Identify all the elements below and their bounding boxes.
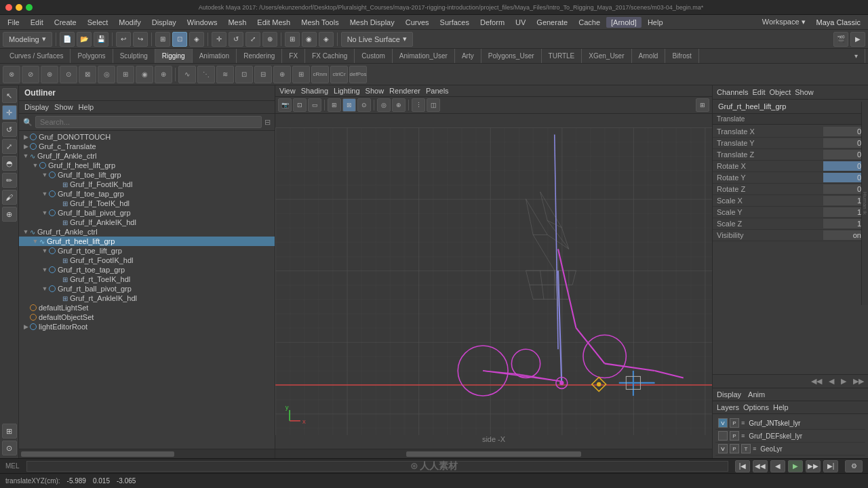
vp-wireframe-btn[interactable]: ⊞	[328, 98, 341, 112]
channels-menu-object[interactable]: Object	[769, 88, 791, 96]
menu-select[interactable]: Select	[83, 17, 113, 28]
channels-menu-channels[interactable]: Channels	[717, 88, 748, 96]
shelf-icon-wire[interactable]: ≋	[216, 66, 234, 83]
layer-playback-geolyr[interactable]: P	[730, 444, 739, 453]
paint-btn[interactable]: ✏	[2, 173, 17, 188]
channel-value-translate-z[interactable]	[823, 150, 864, 159]
shelf-icon-ctrm[interactable]: cRnm	[311, 66, 329, 83]
options-menu[interactable]: Options	[743, 403, 769, 411]
maximize-button[interactable]	[26, 4, 33, 11]
soft-select-btn[interactable]: ◓	[2, 156, 17, 171]
expand-icon[interactable]: ▼	[41, 247, 49, 254]
shelf-icon-orient-constraint[interactable]: ◎	[98, 66, 115, 83]
snap-grid-btn[interactable]: ⊞	[285, 32, 300, 47]
shelf-tab-animation[interactable]: Animation	[193, 49, 237, 63]
vp-menu-panels[interactable]: Panels	[426, 87, 449, 95]
menu-curves[interactable]: Curves	[401, 17, 434, 28]
menu-modify[interactable]: Modify	[114, 17, 145, 28]
tree-item-default-light-set[interactable]: defaultLightSet	[19, 303, 275, 312]
layer-visibility-geolyr[interactable]: V	[718, 444, 728, 453]
mode-dropdown[interactable]: Modeling ▾	[3, 32, 52, 47]
tree-item-gruf-rt-ball-pivot-grp[interactable]: ▼ Gruf_rt_ball_pivot_grp	[19, 284, 275, 293]
layer-name-geolyr[interactable]: GeoLyr	[760, 445, 863, 453]
universal-manip-btn[interactable]: ⊕	[262, 32, 277, 47]
tree-item-gruf-lf-ankleik-hdl[interactable]: ⊞ Gruf_lf_AnkleIK_hdl	[19, 218, 275, 227]
channel-value-scale-x[interactable]	[823, 196, 864, 205]
channel-value-rotate-z[interactable]	[823, 184, 864, 194]
anim-tab[interactable]: Anim	[748, 390, 765, 399]
menu-arnold[interactable]: [Arnold]	[606, 17, 642, 28]
play-back-btn[interactable]: ◀	[770, 460, 785, 472]
shelf-tab-collapse[interactable]: ▾	[848, 49, 865, 63]
tree-item-gruf-donottouch[interactable]: ▶ Gruf_DONOTTOUCH	[19, 132, 275, 142]
vp-menu-renderer[interactable]: Renderer	[389, 87, 420, 95]
tree-item-gruf-lf-ball-pivot-grp[interactable]: ▼ Gruf_lf_ball_pivot_grp	[19, 208, 275, 218]
tree-item-gruf-rt-toe-tap-grp[interactable]: ▼ Gruf_rt_toe_tap_grp	[19, 265, 275, 274]
expand-icon[interactable]: ▼	[31, 238, 39, 245]
vp-isolate-btn[interactable]: ⊕	[392, 98, 406, 112]
channel-value-scale-y[interactable]	[823, 207, 864, 217]
channels-menu-edit[interactable]: Edit	[752, 88, 765, 96]
shelf-tab-rendering[interactable]: Rendering	[237, 49, 282, 63]
layer-playback-defskel[interactable]: P	[730, 431, 739, 441]
vp-shaded-btn[interactable]: ⊠	[342, 98, 356, 112]
live-surface-dropdown[interactable]: No Live Surface ▾	[341, 32, 413, 47]
menu-create[interactable]: Create	[50, 17, 81, 28]
move-tool-btn[interactable]: ✛	[212, 32, 226, 47]
shelf-tab-sculpting[interactable]: Sculpting	[113, 49, 155, 63]
layer-nav-prev-prev-icon[interactable]: ◀◀	[811, 377, 822, 386]
tree-item-light-editor-root[interactable]: ▶ lightEditorRoot	[19, 322, 275, 331]
menu-mesh-display[interactable]: Mesh Display	[345, 17, 399, 28]
tree-item-gruf-lf-toe-tap-grp[interactable]: ▼ Gruf_lf_toe_tap_grp	[19, 189, 275, 199]
shelf-icon-blend-shape[interactable]: ⋱	[197, 66, 215, 83]
snap-curve-btn[interactable]: ◉	[302, 32, 317, 47]
shelf-icon-point-constraint[interactable]: ⊠	[79, 66, 96, 83]
shelf-icon-scale-constraint[interactable]: ⊞	[117, 66, 134, 83]
shelf-icon-aim-constraint[interactable]: ◉	[136, 66, 153, 83]
vp-toggle-panels-btn[interactable]: ⊞	[696, 98, 709, 112]
shelf-icon-joint[interactable]: ⊗	[3, 66, 20, 83]
tree-item-gruf-c-translate[interactable]: ▶ Gruf_c_Translate	[19, 142, 275, 151]
expand-icon[interactable]: ▶	[22, 323, 30, 330]
layer-visibility-jntskel[interactable]: V	[718, 418, 728, 428]
select-btn[interactable]: ⊡	[172, 32, 187, 47]
shelf-tab-fx[interactable]: FX	[282, 49, 305, 63]
layer-nav-next-icon[interactable]: ▶	[841, 377, 846, 386]
prev-frame-btn[interactable]: |◀	[735, 460, 750, 472]
menu-file[interactable]: File	[3, 17, 24, 28]
layer-playback-jntskel[interactable]: P	[730, 418, 739, 428]
shelf-icon-pole-constraint[interactable]: ⊕	[155, 66, 172, 83]
menu-generate[interactable]: Generate	[532, 17, 572, 28]
tree-item-gruf-rt-toeik-hdl[interactable]: ⊞ Gruf_rt_ToeIK_hdl	[19, 274, 275, 284]
prev-key-btn[interactable]: ◀◀	[753, 460, 768, 472]
show-manip-btn[interactable]: ⊕	[2, 207, 17, 222]
layer-visibility-defskel[interactable]	[718, 431, 728, 441]
search-filter-icon[interactable]: ⊟	[264, 118, 271, 127]
expand-icon[interactable]: ▼	[31, 162, 39, 169]
menu-workspace[interactable]: Workspace ▾	[757, 16, 810, 28]
vp-select-all-btn[interactable]: ⊡	[293, 98, 307, 112]
outliner-search-input[interactable]	[35, 116, 262, 128]
shelf-tab-rigging[interactable]: Rigging	[155, 49, 193, 63]
tree-item-gruf-rt-heel-lift-grp[interactable]: ▼ ∿ Gruf_rt_heel_lift_grp	[19, 237, 275, 246]
shelf-tab-bifrost[interactable]: Bifrost	[665, 49, 698, 63]
channel-value-rotate-y[interactable]	[823, 173, 864, 182]
shelf-icon-ik-spline[interactable]: ⊛	[41, 66, 58, 83]
artisan-btn[interactable]: 🖌	[2, 190, 17, 205]
snap-point-btn[interactable]: ◈	[319, 32, 334, 47]
save-scene-btn[interactable]: 💾	[94, 32, 108, 47]
shelf-tab-custom[interactable]: Custom	[355, 49, 392, 63]
channel-value-rotate-x[interactable]	[823, 161, 864, 171]
undo-btn[interactable]: ↩	[116, 32, 131, 47]
shelf-tab-arty[interactable]: Arty	[455, 49, 481, 63]
shelf-tab-fx-caching[interactable]: FX Caching	[305, 49, 355, 63]
snap-settings-btn[interactable]: ⊙	[2, 441, 17, 455]
layer-nav-next-next-icon[interactable]: ▶▶	[853, 377, 864, 386]
expand-icon[interactable]: ▼	[41, 285, 49, 292]
tree-item-gruf-rt-toe-lift-grp[interactable]: ▼ Gruf_rt_toe_lift_grp	[19, 246, 275, 256]
mel-command-input[interactable]	[26, 461, 728, 472]
minimize-button[interactable]	[16, 4, 22, 11]
outliner-hscroll[interactable]	[19, 449, 275, 458]
play-forward-btn[interactable]: ▶	[788, 460, 803, 472]
tree-item-default-object-set[interactable]: defaultObjectSet	[19, 312, 275, 322]
